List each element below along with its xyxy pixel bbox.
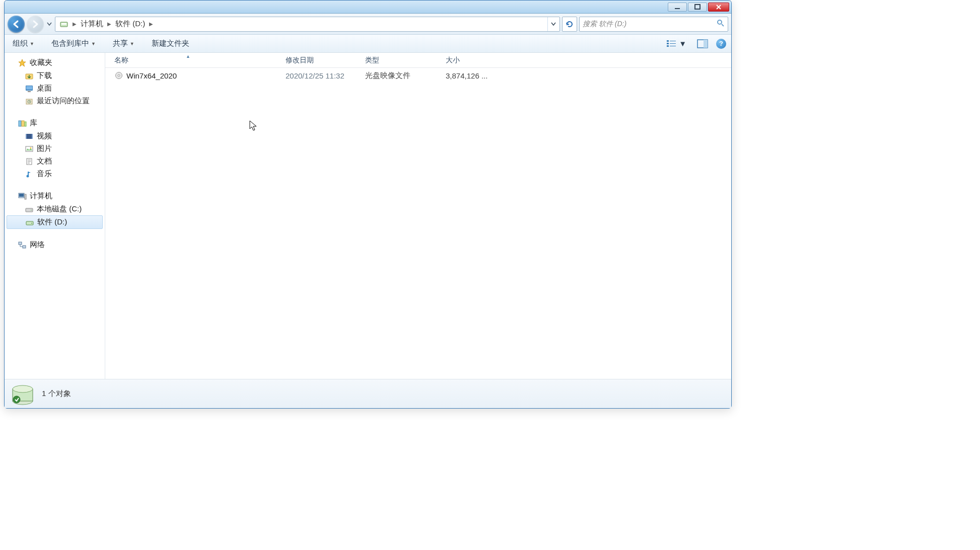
- refresh-button[interactable]: [562, 17, 577, 32]
- column-header-type[interactable]: 类型: [359, 56, 440, 65]
- svg-rect-10: [670, 46, 676, 46]
- sidebar-item-videos[interactable]: 视频: [5, 130, 105, 142]
- minimize-button[interactable]: [668, 3, 687, 12]
- computer-header[interactable]: 计算机: [5, 189, 105, 203]
- network-group: 网络: [5, 238, 105, 252]
- svg-rect-33: [31, 210, 32, 210]
- svg-rect-3: [61, 23, 66, 25]
- address-dropdown[interactable]: [547, 17, 558, 31]
- file-name-text: Win7x64_2020: [126, 71, 177, 80]
- svg-rect-15: [26, 86, 32, 90]
- sidebar-item-drive-d[interactable]: 软件 (D:): [7, 215, 103, 229]
- drive-icon: [25, 218, 34, 227]
- column-headers: 名称 ▲ 修改日期 类型 大小: [105, 53, 731, 68]
- svg-rect-1: [695, 5, 700, 9]
- svg-rect-30: [19, 194, 24, 197]
- libraries-icon: [18, 119, 27, 128]
- svg-point-42: [13, 385, 33, 392]
- favorites-group: 收藏夹 下载 桌面 最近访问的位置: [5, 56, 105, 107]
- svg-point-43: [13, 396, 20, 403]
- svg-rect-9: [667, 45, 669, 47]
- sidebar-item-recent[interactable]: 最近访问的位置: [5, 95, 105, 107]
- file-size-cell: 3,874,126 ...: [440, 71, 500, 80]
- breadcrumb-current[interactable]: 软件 (D:): [112, 17, 148, 31]
- libraries-header[interactable]: 库: [5, 116, 105, 130]
- sidebar-item-desktop[interactable]: 桌面: [5, 82, 105, 95]
- mouse-cursor-icon: [249, 120, 258, 133]
- include-menu[interactable]: 包含到库中 ▼: [48, 37, 99, 50]
- svg-rect-19: [19, 121, 21, 126]
- svg-point-26: [30, 147, 32, 148]
- iso-file-icon: [114, 71, 123, 80]
- file-list-pane: 名称 ▲ 修改日期 类型 大小 Win7x64_2020 2020/12/25 …: [105, 53, 731, 379]
- file-row[interactable]: Win7x64_2020 2020/12/25 11:32 光盘映像文件 3,8…: [105, 68, 731, 83]
- sidebar-item-music[interactable]: 音乐: [5, 168, 105, 180]
- chevron-down-icon: ▼: [130, 41, 134, 46]
- svg-rect-23: [26, 134, 27, 139]
- view-mode-button[interactable]: ▼: [664, 38, 689, 49]
- network-header[interactable]: 网络: [5, 238, 105, 252]
- svg-rect-36: [19, 242, 22, 245]
- share-menu[interactable]: 共享 ▼: [110, 37, 137, 50]
- breadcrumb-chevron-icon[interactable]: ▶: [72, 21, 78, 27]
- chevron-down-icon: [551, 22, 556, 27]
- history-dropdown[interactable]: [46, 16, 53, 33]
- file-date-cell: 2020/12/25 11:32: [279, 71, 359, 80]
- search-box[interactable]: 搜索 软件 (D:): [579, 17, 728, 32]
- sidebar-item-label: 桌面: [37, 84, 52, 93]
- new-folder-label: 新建文件夹: [152, 39, 189, 48]
- sidebar-item-label: 软件 (D:): [37, 217, 67, 227]
- svg-rect-16: [28, 91, 31, 92]
- column-header-date[interactable]: 修改日期: [279, 56, 359, 65]
- new-folder-button[interactable]: 新建文件夹: [149, 37, 192, 50]
- document-icon: [25, 157, 34, 166]
- organize-menu[interactable]: 组织 ▼: [10, 37, 37, 50]
- video-icon: [25, 132, 34, 141]
- svg-rect-21: [25, 122, 26, 126]
- breadcrumb-chevron-icon[interactable]: ▶: [106, 21, 112, 27]
- sidebar-item-downloads[interactable]: 下载: [5, 69, 105, 82]
- sidebar-item-pictures[interactable]: 图片: [5, 142, 105, 155]
- search-icon: [717, 19, 725, 29]
- sidebar-item-label: 图片: [37, 144, 52, 153]
- status-bar: 1 个对象: [5, 379, 731, 408]
- close-button[interactable]: [708, 3, 729, 12]
- forward-button[interactable]: [27, 16, 44, 33]
- organize-label: 组织: [13, 39, 28, 48]
- maximize-button[interactable]: [688, 3, 707, 12]
- svg-rect-20: [22, 121, 24, 126]
- sidebar-item-label: 音乐: [37, 169, 52, 179]
- share-label: 共享: [113, 39, 128, 48]
- svg-rect-31: [25, 194, 26, 199]
- column-header-size[interactable]: 大小: [440, 56, 500, 65]
- chevron-down-icon: [47, 22, 51, 26]
- sidebar-item-label: 下载: [37, 71, 52, 81]
- column-header-name[interactable]: 名称 ▲: [105, 56, 279, 65]
- status-drive-icon: [11, 382, 35, 406]
- svg-rect-12: [704, 40, 708, 48]
- address-bar[interactable]: ▶ 计算机 ▶ 软件 (D:) ▶: [55, 17, 560, 32]
- desktop-icon: [25, 84, 34, 93]
- chevron-down-icon: ▼: [30, 41, 34, 46]
- back-button[interactable]: [8, 16, 25, 33]
- computer-label: 计算机: [30, 191, 52, 201]
- favorites-label: 收藏夹: [30, 58, 52, 67]
- svg-rect-5: [667, 40, 669, 42]
- titlebar: [5, 1, 731, 14]
- sort-ascending-icon: ▲: [186, 54, 190, 59]
- svg-point-4: [718, 20, 722, 24]
- breadcrumb-chevron-icon[interactable]: ▶: [148, 21, 154, 27]
- maximize-icon: [694, 4, 701, 10]
- sidebar-item-documents[interactable]: 文档: [5, 155, 105, 168]
- sidebar-item-drive-c[interactable]: 本地磁盘 (C:): [5, 203, 105, 215]
- help-button[interactable]: ?: [716, 39, 726, 49]
- preview-pane-button[interactable]: [695, 38, 710, 49]
- file-name-cell: Win7x64_2020: [105, 71, 279, 80]
- favorites-header[interactable]: 收藏夹: [5, 56, 105, 69]
- svg-rect-22: [26, 134, 33, 139]
- breadcrumb-computer[interactable]: 计算机: [78, 17, 106, 31]
- details-view-icon: [667, 40, 677, 48]
- chevron-down-icon: ▼: [679, 39, 686, 48]
- libraries-label: 库: [30, 118, 37, 128]
- drive-icon: [59, 20, 68, 29]
